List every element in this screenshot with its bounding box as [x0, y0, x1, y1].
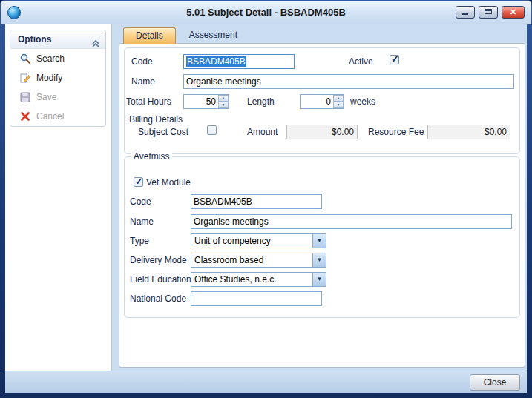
- avetmiss-code-input[interactable]: BSBADM405B: [191, 194, 322, 209]
- field-education-label: Field Education: [130, 274, 191, 285]
- avetmiss-name-label: Name: [130, 216, 154, 227]
- search-icon: [19, 53, 31, 64]
- sidebar-item-label: Modify: [36, 73, 62, 83]
- sidebar-item-cancel[interactable]: Cancel: [10, 107, 105, 126]
- amount-input: $0.00: [286, 125, 358, 139]
- field-education-chevron-down-icon[interactable]: ▼: [312, 273, 326, 286]
- main-area: Details Assessment Code BSBADM405B Activ…: [113, 24, 527, 371]
- sidebar-item-label: Cancel: [36, 111, 64, 122]
- name-value: Organise meetings: [186, 76, 261, 87]
- tab-strip: Details Assessment: [123, 27, 251, 44]
- resource-fee-input: $0.00: [427, 125, 510, 139]
- resource-fee-label: Resource Fee: [368, 127, 424, 137]
- amount-label: Amount: [247, 127, 278, 137]
- resource-fee-value: $0.00: [485, 127, 507, 137]
- vet-module-label: Vet Module: [146, 177, 191, 188]
- title-bar: 5.01 Subject Detail - BSBADM405B: [1, 1, 531, 24]
- modify-icon: [19, 72, 31, 84]
- details-tab-page: Code BSBADM405B Active Name Organise mee…: [119, 43, 525, 368]
- avetmiss-group-label: Avetmiss: [131, 151, 172, 162]
- weeks-label: weeks: [350, 96, 375, 107]
- avetmiss-name-input[interactable]: Organise meetings: [191, 214, 512, 229]
- options-header-label: Options: [18, 34, 51, 44]
- collapse-chevron-icon[interactable]: [92, 36, 99, 53]
- code-input[interactable]: BSBADM405B: [183, 54, 295, 69]
- delivery-mode-chevron-down-icon[interactable]: ▼: [312, 253, 326, 267]
- avetmiss-code-label: Code: [130, 196, 151, 207]
- code-value: BSBADM405B: [186, 56, 246, 67]
- cancel-icon: [19, 110, 31, 122]
- total-hours-label: Total Hours: [126, 96, 171, 107]
- total-hours-input[interactable]: 50 ▲ ▼: [183, 94, 229, 109]
- type-select[interactable]: Unit of competency ▼: [191, 233, 326, 248]
- subject-cost-checkbox[interactable]: [207, 125, 217, 135]
- close-button[interactable]: Close: [470, 374, 520, 391]
- window-title: 5.01 Subject Detail - BSBADM405B: [1, 7, 531, 18]
- length-label: Length: [247, 96, 275, 107]
- name-label: Name: [131, 76, 155, 87]
- maximize-button[interactable]: [479, 6, 498, 19]
- amount-value: $0.00: [332, 127, 354, 137]
- type-value: Unit of competency: [194, 236, 271, 246]
- national-code-label: National Code: [130, 293, 186, 304]
- vet-module-checkbox[interactable]: [134, 177, 143, 187]
- sidebar-item-label: Save: [36, 92, 56, 102]
- length-input[interactable]: 0 ▲ ▼: [300, 94, 344, 109]
- avetmiss-code-value: BSBADM405B: [194, 196, 252, 207]
- type-chevron-down-icon[interactable]: ▼: [312, 234, 326, 248]
- tab-details[interactable]: Details: [123, 27, 176, 44]
- window-close-button[interactable]: [502, 6, 525, 19]
- active-label: Active: [349, 56, 373, 67]
- national-code-input[interactable]: [191, 291, 322, 306]
- minimize-button[interactable]: [456, 6, 475, 19]
- subject-fields-panel: Code BSBADM405B Active Name Organise mee…: [124, 47, 520, 154]
- avetmiss-group: Avetmiss Vet Module Code BSBADM405B Name…: [124, 156, 520, 318]
- options-panel: Options Search Modify: [10, 30, 106, 127]
- type-label: Type: [130, 236, 149, 246]
- billing-details-header: Billing Details: [129, 114, 183, 125]
- sidebar-item-label: Search: [36, 53, 65, 64]
- active-checkbox[interactable]: [390, 55, 399, 64]
- sidebar-item-modify[interactable]: Modify: [10, 68, 105, 87]
- client-area: Options Search Modify: [5, 24, 527, 393]
- delivery-mode-label: Delivery Mode: [130, 255, 187, 265]
- length-up-button[interactable]: ▲: [333, 95, 344, 102]
- save-icon: [19, 91, 31, 103]
- total-hours-value: 50: [206, 96, 216, 107]
- field-education-select[interactable]: Office Studies, n.e.c. ▼: [191, 272, 326, 287]
- avetmiss-name-value: Organise meetings: [194, 216, 269, 227]
- name-input[interactable]: Organise meetings: [183, 74, 514, 89]
- delivery-mode-value: Classroom based: [194, 255, 263, 265]
- sidebar-item-save[interactable]: Save: [10, 87, 105, 107]
- delivery-mode-select[interactable]: Classroom based ▼: [191, 253, 326, 268]
- tab-assessment[interactable]: Assessment: [177, 27, 249, 43]
- options-header[interactable]: Options: [10, 30, 105, 49]
- sidebar-item-search[interactable]: Search: [10, 49, 105, 68]
- field-education-value: Office Studies, n.e.c.: [194, 274, 277, 285]
- dialog-window: 5.01 Subject Detail - BSBADM405B Options…: [0, 0, 532, 398]
- code-label: Code: [131, 56, 153, 67]
- footer-bar: Close: [5, 371, 527, 393]
- length-value: 0: [326, 96, 331, 107]
- sidebar: Options Search Modify: [5, 24, 112, 371]
- subject-cost-label: Subject Cost: [138, 127, 188, 137]
- total-hours-up-button[interactable]: ▲: [218, 95, 229, 102]
- length-down-button[interactable]: ▼: [333, 102, 344, 108]
- total-hours-down-button[interactable]: ▼: [218, 102, 229, 108]
